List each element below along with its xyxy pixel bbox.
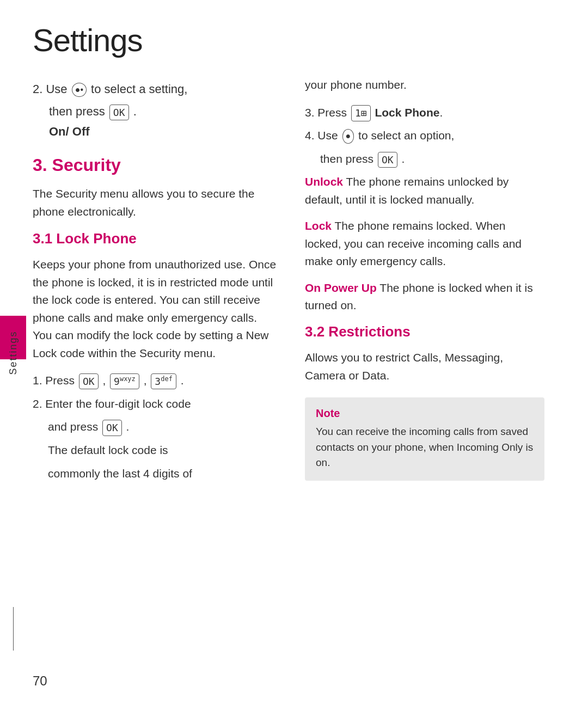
sidebar-line bbox=[13, 607, 14, 651]
nav-icon: ●• bbox=[72, 83, 87, 97]
step2-text-end: to select a setting, bbox=[91, 82, 187, 96]
page-container: Settings Settings 2. Use ●• to select a … bbox=[0, 0, 588, 705]
step4-item: 4. Use ● to select an option, bbox=[305, 127, 544, 145]
lock-label: Lock bbox=[305, 219, 332, 232]
lock-text: The phone remains locked. When locked, y… bbox=[305, 219, 522, 267]
step2b-text2: and press bbox=[48, 420, 98, 433]
1-lock-key: 1⊞ bbox=[351, 105, 371, 121]
ok-key-step4: OK bbox=[378, 152, 397, 168]
step2-item: 2. Enter the four-digit lock code bbox=[33, 395, 278, 413]
step3-text: 3. Press bbox=[305, 106, 347, 119]
page-title: Settings bbox=[33, 22, 278, 58]
step2-text-start: 2. Use bbox=[33, 82, 68, 96]
section31-heading: 3.1 Lock Phone bbox=[33, 230, 278, 247]
step2-text: 2. Enter the four-digit lock code bbox=[33, 397, 191, 410]
section31-desc: Keeps your phone from unauthorized use. … bbox=[33, 256, 278, 362]
step4b-item: then press OK . bbox=[320, 150, 544, 168]
step2d-text: commonly the last 4 digits of bbox=[48, 467, 192, 480]
unlock-label: Unlock bbox=[305, 175, 343, 188]
sidebar-tab: Settings bbox=[0, 0, 26, 705]
left-column: Settings 2. Use ●• to select a setting, … bbox=[33, 22, 294, 705]
step3-item: 3. Press 1⊞ Lock Phone. bbox=[305, 104, 544, 122]
on-off-label: On/ Off bbox=[49, 125, 278, 139]
step2d-item: commonly the last 4 digits of bbox=[48, 465, 278, 483]
nav-icon-step4: ● bbox=[342, 129, 354, 143]
ok-key-step2: OK bbox=[102, 420, 122, 436]
right-column: your phone number. 3. Press 1⊞ Lock Phon… bbox=[294, 22, 544, 705]
step1-text: 1. Press bbox=[33, 374, 75, 387]
sidebar-label: Settings bbox=[8, 330, 19, 375]
step2c-text: The default lock code is bbox=[48, 444, 168, 456]
note-box: Note You can receive the incoming calls … bbox=[305, 397, 544, 481]
intro-step2: 2. Use ●• to select a setting, bbox=[33, 80, 278, 98]
section32-heading: 3.2 Restrictions bbox=[305, 323, 544, 340]
step2b-text: then press bbox=[49, 105, 105, 118]
intro-step2b: then press OK . bbox=[49, 102, 278, 120]
step4-text: 4. Use bbox=[305, 129, 338, 142]
ok-icon-intro: OK bbox=[109, 105, 129, 120]
step4-text-end: to select an option, bbox=[358, 129, 454, 142]
page-number: 70 bbox=[33, 673, 47, 689]
step4b-text: then press bbox=[320, 152, 373, 165]
note-text: You can receive the incoming calls from … bbox=[316, 424, 534, 471]
9wxyz-key: 9wxyz bbox=[110, 373, 139, 389]
section3-desc: The Security menu allows you to secure t… bbox=[33, 185, 278, 220]
note-label: Note bbox=[316, 407, 534, 420]
unlock-option: Unlock The phone remains unlocked by def… bbox=[305, 173, 544, 209]
section3-heading: 3. Security bbox=[33, 155, 278, 175]
main-content: Settings 2. Use ●• to select a setting, … bbox=[33, 0, 577, 705]
onpowerup-option: On Power Up The phone is locked when it … bbox=[305, 279, 544, 315]
onpowerup-label: On Power Up bbox=[305, 281, 377, 294]
ok-key: OK bbox=[79, 373, 99, 389]
step2b-item: and press OK . bbox=[48, 418, 278, 436]
step3-label: Lock Phone bbox=[375, 106, 439, 119]
3def-key: 3def bbox=[151, 373, 176, 389]
step2c-item: The default lock code is bbox=[48, 442, 278, 459]
section32-desc: Allows you to restrict Calls, Messaging,… bbox=[305, 349, 544, 384]
lock-option: Lock The phone remains locked. When lock… bbox=[305, 217, 544, 271]
step1-item: 1. Press OK , 9wxyz , 3def . bbox=[33, 372, 278, 390]
cont-text: your phone number. bbox=[305, 76, 544, 94]
